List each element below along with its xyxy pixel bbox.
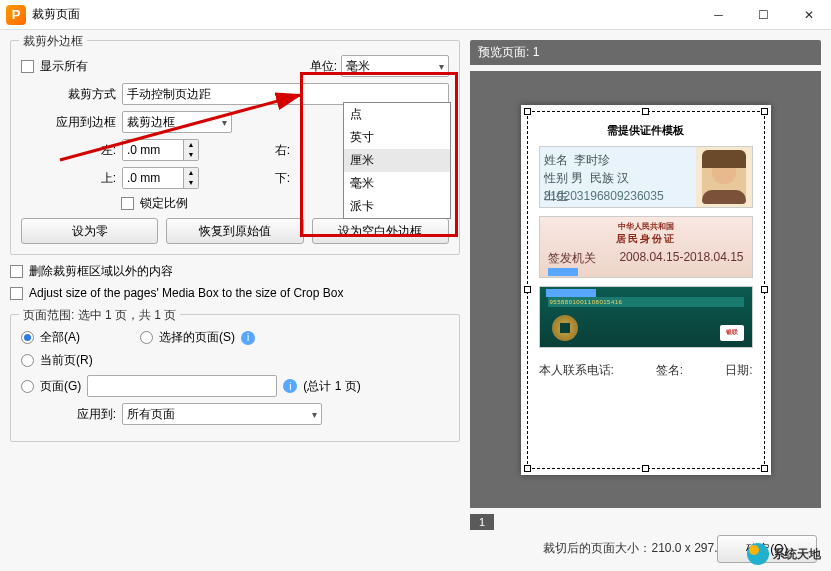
radio-all-label: 全部(A) <box>40 329 80 346</box>
show-all-label: 显示所有 <box>40 58 88 75</box>
blank-margin-button[interactable]: 设为空白外边框 <box>312 218 449 244</box>
adjust-media-label: Adjust size of the pages' Media Box to t… <box>29 286 343 300</box>
show-all-checkbox[interactable] <box>21 60 34 73</box>
preview-header: 预览页面: 1 <box>470 40 821 65</box>
handle-tl[interactable] <box>524 108 531 115</box>
radio-pages[interactable] <box>21 380 34 393</box>
maximize-button[interactable]: ☐ <box>741 0 786 30</box>
apply-to-value: 所有页面 <box>127 406 175 423</box>
top-spinner[interactable]: ▲▼ <box>122 167 199 189</box>
left-value[interactable] <box>123 140 183 160</box>
restore-button[interactable]: 恢复到原始值 <box>166 218 303 244</box>
unit-option[interactable]: 英寸 <box>344 126 450 149</box>
window-title: 裁剪页面 <box>32 6 80 23</box>
chevron-down-icon: ▾ <box>222 117 227 128</box>
unionpay-logo: 银联 <box>720 325 744 341</box>
preview-area[interactable]: 需提供证件模板 姓名 李时珍 性别 男 民族 汉 出生 住址 210203196… <box>470 71 821 508</box>
minimize-button[interactable]: ─ <box>696 0 741 30</box>
radio-all[interactable] <box>21 331 34 344</box>
adjust-media-checkbox[interactable] <box>10 287 23 300</box>
unit-dropdown-list[interactable]: 点 英寸 厘米 毫米 派卡 <box>343 102 451 219</box>
total-pages-label: (总计 1 页) <box>303 378 360 395</box>
spin-down-icon[interactable]: ▼ <box>184 178 198 188</box>
coin-icon <box>552 315 578 341</box>
lock-ratio-label: 锁定比例 <box>140 195 188 212</box>
right-label: 右: <box>205 142 290 159</box>
footer-date: 日期: <box>725 362 752 379</box>
handle-tr[interactable] <box>761 108 768 115</box>
unit-combo[interactable]: 毫米 ▾ <box>341 55 449 77</box>
close-button[interactable]: ✕ <box>786 0 831 30</box>
handle-mr[interactable] <box>761 286 768 293</box>
apply-border-value: 裁剪边框 <box>127 114 175 131</box>
left-spinner[interactable]: ▲▼ <box>122 139 199 161</box>
info-icon[interactable]: i <box>283 379 297 393</box>
spin-down-icon[interactable]: ▼ <box>184 150 198 160</box>
remove-outside-label: 删除裁剪框区域以外的内容 <box>29 263 173 280</box>
group-crop-title: 裁剪外边框 <box>19 33 87 50</box>
id-card-front: 姓名 李时珍 性别 男 民族 汉 出生 住址 21020319680923603… <box>539 146 753 208</box>
handle-ml[interactable] <box>524 286 531 293</box>
lock-ratio-checkbox[interactable] <box>121 197 134 210</box>
unit-label: 单位: <box>310 58 337 75</box>
card-number: 9558801001108015416 <box>548 297 744 307</box>
radio-selected-label: 选择的页面(S) <box>159 329 235 346</box>
crop-method-label: 裁剪方式 <box>21 86 116 103</box>
ok-button[interactable]: 确定(O) <box>717 535 817 563</box>
footer-tel: 本人联系电话: <box>539 362 614 379</box>
apply-border-combo[interactable]: 裁剪边框 ▾ <box>122 111 232 133</box>
handle-tm[interactable] <box>642 108 649 115</box>
app-icon: P <box>6 5 26 25</box>
chevron-down-icon: ▾ <box>439 61 444 72</box>
unit-option[interactable]: 派卡 <box>344 195 450 218</box>
doc-title: 需提供证件模板 <box>539 123 753 138</box>
radio-current-label: 当前页(R) <box>40 352 93 369</box>
radio-selected[interactable] <box>140 331 153 344</box>
radio-current[interactable] <box>21 354 34 367</box>
chevron-down-icon: ▾ <box>312 409 317 420</box>
radio-pages-label: 页面(G) <box>40 378 81 395</box>
preview-page: 需提供证件模板 姓名 李时珍 性别 男 民族 汉 出生 住址 210203196… <box>521 105 771 475</box>
unit-option[interactable]: 点 <box>344 103 450 126</box>
top-value[interactable] <box>123 168 183 188</box>
id-card-back: 中华人民共和国 居民身份证 签发机关 2008.04.15-2018.04.15 <box>539 216 753 278</box>
handle-br[interactable] <box>761 465 768 472</box>
group-range-title: 页面范围: 选中 1 页，共 1 页 <box>19 307 180 324</box>
unit-value: 毫米 <box>346 58 370 75</box>
remove-outside-checkbox[interactable] <box>10 265 23 278</box>
handle-bl[interactable] <box>524 465 531 472</box>
apply-to-combo[interactable]: 所有页面 ▾ <box>122 403 322 425</box>
portrait-image <box>702 150 746 204</box>
pages-input[interactable] <box>87 375 277 397</box>
unit-option[interactable]: 厘米 <box>344 149 450 172</box>
apply-to-label: 应用到: <box>21 406 116 423</box>
top-label: 上: <box>21 170 116 187</box>
handle-bm[interactable] <box>642 465 649 472</box>
set-zero-button[interactable]: 设为零 <box>21 218 158 244</box>
spin-up-icon[interactable]: ▲ <box>184 140 198 150</box>
bank-card: 9558801001108015416 银联 <box>539 286 753 348</box>
unit-option[interactable]: 毫米 <box>344 172 450 195</box>
spin-up-icon[interactable]: ▲ <box>184 168 198 178</box>
left-label: 左: <box>21 142 116 159</box>
page-tab[interactable]: 1 <box>470 514 494 530</box>
apply-border-label: 应用到边框 <box>21 114 116 131</box>
bottom-label: 下: <box>205 170 290 187</box>
footer-sign: 签名: <box>656 362 683 379</box>
info-icon[interactable]: i <box>241 331 255 345</box>
